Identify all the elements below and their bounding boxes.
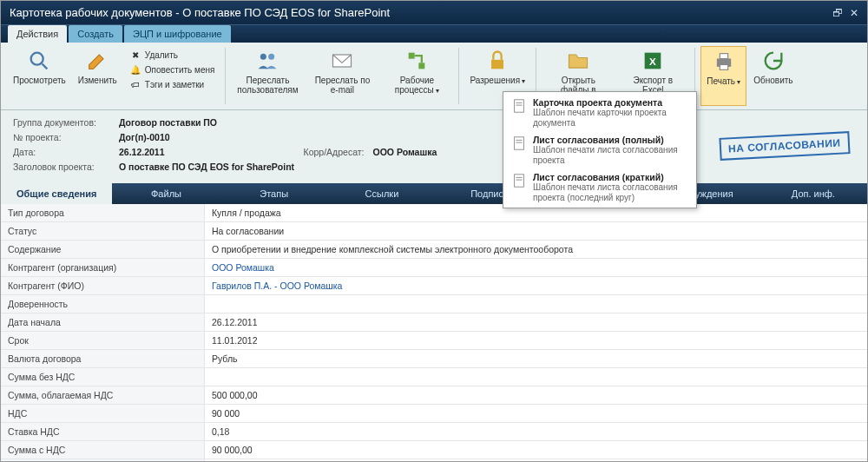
tab-more[interactable]: Доп. инф. [760,183,867,204]
maximize-icon[interactable]: 🗗 [832,7,843,19]
detail-row: Сумма, облагаемая НДС500 000,00 [1,386,867,405]
folder-icon [565,48,591,74]
tab-general[interactable]: Общие сведения [1,183,112,204]
detail-row: Тип договораКупля / продажа [1,204,867,222]
detail-label: Сумма без НДС [1,368,205,386]
detail-row: Контрагент (ФИО)Гаврилов П.А. - ООО Рома… [1,277,867,295]
svg-rect-6 [419,63,425,69]
magnifier-icon [26,48,52,74]
tab-ecp[interactable]: ЭЦП и шифрование [124,25,231,43]
detail-value: 90 000 [205,405,867,422]
printer-icon [711,49,737,75]
detail-value: Рубль [205,350,867,367]
projnum-value: Дог(п)-0010 [119,132,170,142]
detail-value [205,459,867,461]
date-value: 26.12.2011 [119,147,165,157]
detail-value: 0,18 [205,423,867,440]
tags-button[interactable]: 🏷Тэги и заметки [128,77,217,91]
delete-icon: ✖ [129,49,141,61]
edit-button[interactable]: Изменить [73,46,122,106]
tab-links[interactable]: Ссылки [328,183,436,204]
users-icon [254,48,280,74]
detail-label: НДС [1,405,205,422]
detail-row: Дата начала26.12.2011 [1,314,867,332]
detail-value: 90 000,00 [205,441,867,459]
print-button[interactable]: Печать [700,46,746,106]
window-title: Картотека рабочих документов - О поставк… [10,6,390,19]
svg-rect-13 [515,100,524,112]
date-label: Дата: [13,147,110,157]
svg-rect-8 [645,53,661,69]
tab-stages[interactable]: Этапы [220,183,328,204]
view-button[interactable]: Просмотреть [8,46,71,106]
doc-icon [510,135,528,152]
corr-value: ООО Ромашка [373,147,437,157]
tab-actions[interactable]: Действия [8,25,67,43]
detail-label: Контрагент (ФИО) [1,277,205,294]
lock-icon [484,48,510,74]
workflow-icon [404,48,430,74]
details-grid: Тип договораКупля / продажаСтатусНа согл… [1,204,867,461]
svg-text:X: X [649,56,656,67]
svg-rect-16 [515,137,524,149]
detail-row: Доверенность [1,295,867,314]
detail-value: 26.12.2011 [205,314,867,331]
notify-button[interactable]: 🔔Оповестить меня [128,63,217,76]
delete-button[interactable]: ✖Удалить [128,48,217,62]
detail-label: Ставка НДС [1,423,205,440]
window-controls: 🗗 ✕ [832,7,858,19]
excel-icon: X [640,48,666,74]
bell-icon: 🔔 [129,63,141,76]
close-icon[interactable]: ✕ [850,7,858,19]
info-block: Группа документов:Договор поставки ПО № … [1,110,867,183]
print-item-full[interactable]: Лист согласования (полный)Шаблон печати … [505,131,694,168]
svg-rect-19 [515,175,524,187]
detail-row: Ставка НДС0,18 [1,423,867,441]
svg-rect-12 [720,65,727,70]
detail-label: Тип договора [1,204,205,221]
detail-value: 500 000,00 [205,386,867,404]
workflows-button[interactable]: Рабочие процессы [380,46,453,106]
detail-label: Срок [1,332,205,349]
svg-rect-4 [333,55,352,67]
detail-label: Контрагент (организация) [1,259,205,276]
forward-email-button[interactable]: Переслать по e-mail [306,46,378,106]
doc-icon [510,97,528,115]
svg-point-3 [269,54,275,60]
app-window: Картотека рабочих документов - О поставк… [0,0,868,462]
detail-row: Валюта договораРубль [1,350,867,368]
refresh-button[interactable]: Обновить [748,46,798,106]
detail-value[interactable]: ООО Ромашка [205,259,867,276]
projnum-label: № проекта: [13,132,110,142]
forward-users-button[interactable]: Переслать пользователям [231,46,304,106]
detail-label: Сумма, облагаемая НДС [1,386,205,404]
detail-value [205,295,867,313]
small-actions: ✖Удалить 🔔Оповестить меня 🏷Тэги и заметк… [124,46,220,106]
detail-value: На согласовании [205,222,867,240]
svg-rect-11 [720,54,727,59]
detail-row: СтатусНа согласовании [1,222,867,241]
detail-row: Ответственный [1,459,867,461]
refresh-icon [760,48,786,74]
detail-row: Сумма с НДС90 000,00 [1,441,867,459]
detail-label: Сумма с НДС [1,441,205,459]
corr-label: Корр/Адресат: [304,147,365,157]
ribbon: Просмотреть Изменить ✖Удалить 🔔Оповестит… [1,43,867,110]
svg-rect-5 [409,53,415,59]
detail-label: Доверенность [1,295,205,313]
print-item-short[interactable]: Лист согласования (краткий)Шаблон печати… [505,168,694,206]
title-label: Заголовок проекта: [13,162,110,172]
print-dropdown: Карточка проекта документаШаблон печати … [503,91,697,208]
pencil-icon [84,48,110,74]
detail-row: СодержаниеО приобретении и внедрение ком… [1,241,867,259]
detail-value[interactable]: Гаврилов П.А. - ООО Ромашка [205,277,867,294]
detail-row: Сумма без НДС [1,368,867,386]
print-item-card[interactable]: Карточка проекта документаШаблон печати … [505,94,694,131]
tab-files[interactable]: Файлы [112,183,220,204]
detail-label: Статус [1,222,205,240]
detail-row: Срок11.01.2012 [1,332,867,350]
titlebar: Картотека рабочих документов - О поставк… [1,1,867,24]
title-value: О поставке ПО СЭД EOS for SharePoint [119,162,294,172]
detail-value [205,368,867,386]
tab-create[interactable]: Создать [69,25,122,43]
